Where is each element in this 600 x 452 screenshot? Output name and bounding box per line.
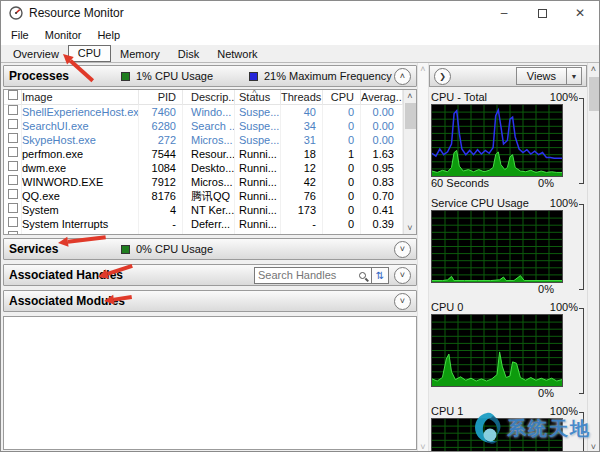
graphs-container: CPU - Total100%60 Seconds0%Service CPU U… — [429, 87, 587, 452]
menu-item-file[interactable]: File — [3, 27, 37, 43]
views-button[interactable]: Views ▼ — [516, 67, 582, 85]
cell-pid: 692 — [139, 231, 183, 234]
handles-section-header[interactable]: Associated Handles ⇅ ˅ — [3, 264, 417, 286]
right-scroll-thumb[interactable] — [589, 77, 599, 111]
views-dropdown-icon[interactable]: ▼ — [566, 68, 581, 84]
processes-title: Processes — [9, 69, 121, 83]
row-checkbox[interactable] — [4, 161, 22, 175]
column-header-status[interactable]: Status — [235, 90, 281, 105]
cell-image: QQ.exe — [22, 189, 139, 203]
table-scroll-thumb[interactable] — [405, 103, 416, 129]
cell-cpu: 0 — [323, 217, 361, 231]
row-checkbox[interactable] — [4, 231, 22, 234]
table-row[interactable]: System 4 NT Ker... Runni... 173 0 0.41 — [4, 203, 403, 217]
table-row[interactable]: csrss.exe 692 Runni... 17 0 0.10 — [4, 231, 403, 234]
views-button-label[interactable]: Views — [517, 68, 566, 84]
column-header-avg[interactable]: Averag... — [361, 90, 403, 105]
search-icon[interactable] — [359, 272, 366, 279]
middle-scrollbar[interactable]: ˄ ˅ — [417, 63, 429, 452]
row-checkbox[interactable] — [4, 147, 22, 161]
menu-item-monitor[interactable]: Monitor — [37, 27, 90, 43]
services-expand-button[interactable]: ˅ — [394, 241, 411, 258]
close-button[interactable]: ✕ — [561, 1, 599, 25]
processes-collapse-button[interactable]: ˄ — [394, 68, 411, 85]
cell-description: Deferr... — [183, 217, 235, 231]
graph-footer: 60 Seconds0% — [431, 177, 563, 189]
cell-status: Runni... — [235, 147, 281, 161]
tab-overview[interactable]: Overview — [4, 47, 68, 62]
empty-panel-area — [3, 316, 417, 450]
mid-scroll-down-icon[interactable]: ˅ — [420, 441, 425, 452]
cell-cpu: 0 — [323, 133, 361, 147]
collapse-panel-button[interactable]: ❯ — [434, 68, 451, 85]
window-title: Resource Monitor — [29, 6, 124, 20]
column-header-pid[interactable]: PID — [139, 90, 183, 105]
table-row[interactable]: System Interrupts - Deferr... Runni... -… — [4, 217, 403, 231]
row-checkbox[interactable] — [4, 133, 22, 147]
modules-section-header[interactable]: Associated Modules ˅ — [3, 290, 417, 312]
resource-monitor-icon — [9, 6, 23, 20]
table-row[interactable]: SkypeHost.exe 272 Micros... Suspe... 31 … — [4, 133, 403, 147]
cell-description: Search ... — [183, 119, 235, 133]
handles-title: Associated Handles — [9, 268, 123, 282]
tab-network[interactable]: Network — [208, 47, 266, 62]
cell-cpu: 0 — [323, 189, 361, 203]
right-scroll-up-icon[interactable]: ˄ — [591, 63, 596, 75]
services-section-header[interactable]: Services 0% CPU Usage ˅ — [3, 238, 417, 260]
processes-section-header[interactable]: Processes 1% CPU Usage 21% Maximum Frequ… — [3, 65, 417, 87]
right-scrollbar[interactable]: ˄ ˅ — [587, 63, 599, 452]
cell-pid: - — [139, 217, 183, 231]
tab-cpu[interactable]: CPU — [68, 45, 111, 62]
table-row[interactable]: dwm.exe 1084 Deskto... Runni... 12 0 0.9… — [4, 161, 403, 175]
row-checkbox[interactable] — [4, 203, 22, 217]
row-checkbox[interactable] — [4, 105, 22, 119]
cell-threads: 17 — [281, 231, 323, 234]
graph-plot — [431, 314, 563, 387]
cell-status: Runni... — [235, 189, 281, 203]
table-scrollbar[interactable]: ˄ ˅ — [403, 90, 416, 234]
right-scroll-down-icon[interactable]: ˅ — [591, 441, 596, 452]
graph-title: CPU 0 — [431, 301, 563, 314]
cell-status: Suspe... — [235, 133, 281, 147]
select-all-checkbox[interactable] — [4, 90, 22, 105]
table-row[interactable]: QQ.exe 8176 腾讯QQ Runni... 76 0 0.70 — [4, 189, 403, 203]
menu-item-help[interactable]: Help — [89, 27, 128, 43]
left-panel: Processes 1% CPU Usage 21% Maximum Frequ… — [3, 63, 417, 452]
table-row[interactable]: SearchUI.exe 6280 Search ... Suspe... 34… — [4, 119, 403, 133]
minimize-button[interactable]: – — [485, 1, 523, 25]
graph-title: CPU - Total — [431, 91, 563, 104]
table-scroll-down-icon[interactable]: ˅ — [407, 222, 412, 234]
table-scroll-up-icon[interactable]: ˄ — [407, 90, 412, 102]
table-row[interactable]: WINWORD.EXE 7912 Micros... Runni... 42 0… — [4, 175, 403, 189]
cell-average-cpu: 0.39 — [361, 217, 403, 231]
graph-title: Service CPU Usage — [431, 197, 563, 210]
cell-threads: 34 — [281, 119, 323, 133]
refresh-search-icon[interactable]: ⇅ — [372, 267, 389, 284]
cell-image: dwm.exe — [22, 161, 139, 175]
search-handles-box — [254, 267, 372, 284]
cell-average-cpu: 0.41 — [361, 203, 403, 217]
mid-scroll-up-icon[interactable]: ˄ — [420, 63, 425, 75]
search-handles-input[interactable] — [258, 269, 359, 281]
cell-status: Runni... — [235, 231, 281, 234]
row-checkbox[interactable] — [4, 217, 22, 231]
tab-disk[interactable]: Disk — [169, 47, 208, 62]
column-header-img[interactable]: Image — [22, 90, 139, 105]
views-toolbar: ❯ Views ▼ — [429, 65, 587, 87]
column-header-threads[interactable]: Threads — [281, 90, 323, 105]
modules-expand-button[interactable]: ˅ — [394, 293, 411, 310]
table-row[interactable]: perfmon.exe 7544 Resour... Runni... 18 1… — [4, 147, 403, 161]
handles-expand-button[interactable]: ˅ — [394, 267, 411, 284]
row-checkbox[interactable] — [4, 175, 22, 189]
maximize-button[interactable] — [523, 1, 561, 25]
cell-threads: 40 — [281, 105, 323, 119]
table-row[interactable]: ShellExperienceHost.exe 7460 Windo... Su… — [4, 105, 403, 119]
column-header-desc[interactable]: Descrip... — [183, 90, 235, 105]
graph-min-label: 0% — [538, 283, 554, 295]
column-header-cpu[interactable]: CPU — [323, 90, 361, 105]
row-checkbox[interactable] — [4, 189, 22, 203]
row-checkbox[interactable] — [4, 119, 22, 133]
graph-footer: 0% — [431, 283, 563, 295]
tab-memory[interactable]: Memory — [111, 47, 169, 62]
cell-cpu: 0 — [323, 231, 361, 234]
